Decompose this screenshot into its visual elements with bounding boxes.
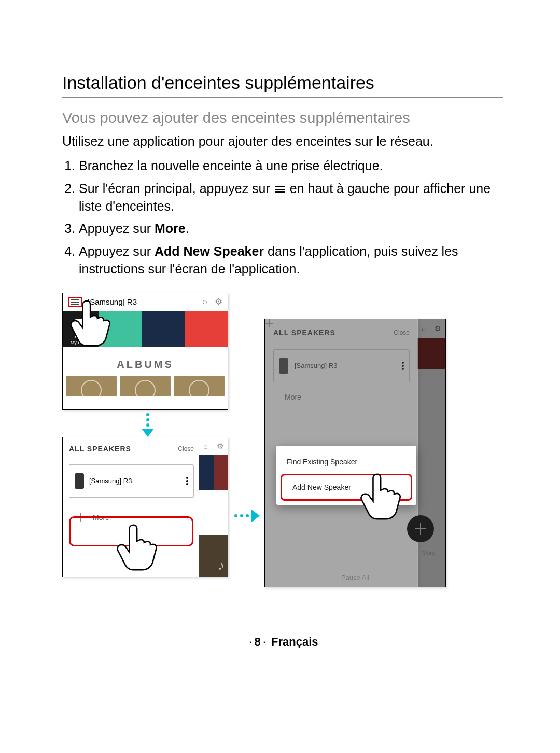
fab-label: More [422, 550, 435, 556]
step-2-text-a: Sur l'écran principal, appuyez sur [79, 181, 274, 196]
page-footer: ·8· Français [62, 635, 503, 649]
step-4-text-a: Appuyez sur [79, 244, 155, 258]
hamburger-icon [275, 185, 285, 194]
search-icon[interactable]: ⌕ [202, 296, 207, 307]
speaker-row[interactable]: [Samsung] R3 [69, 464, 194, 498]
more-label: More [285, 393, 301, 401]
intro-text: Utilisez une application pour ajouter de… [62, 134, 503, 149]
step-3: Appuyez sur More. [79, 220, 503, 238]
close-button[interactable]: Close [178, 445, 194, 453]
more-row: More [275, 393, 408, 401]
speaker-side-panel: ALL SPEAKERS Close [Samsung] R3 More [63, 437, 200, 577]
search-icon: ⌕ [203, 442, 208, 450]
flow-arrow-right [234, 510, 260, 522]
tile-my-phone[interactable]: My Phone [63, 311, 99, 347]
manual-page: Installation d'enceintes supplémentaires… [0, 0, 560, 680]
fab-add [407, 515, 434, 542]
flow-arrow-down [140, 413, 156, 434]
dimmed-background: ⌕⚙ [199, 437, 228, 577]
kebab-icon [402, 361, 404, 371]
figure-area: [Samsung] R3 ⌕ ⚙ My Phone ALBUMS [62, 293, 503, 614]
screenshot-main-app: [Samsung] R3 ⌕ ⚙ My Phone ALBUMS [62, 293, 228, 410]
album-row [63, 376, 228, 396]
step-list: Branchez la nouvelle enceinte à une pris… [62, 157, 503, 278]
step-3-text-c: . [186, 221, 189, 236]
tile-my-phone-label: My Phone [71, 340, 92, 345]
gear-icon[interactable]: ⚙ [215, 296, 222, 307]
step-2: Sur l'écran principal, appuyez sur en ha… [79, 180, 503, 215]
tile-service-2[interactable] [142, 311, 185, 347]
step-1: Branchez la nouvelle enceinte à une pris… [79, 157, 503, 175]
pause-all-bar: Pause All [265, 568, 445, 587]
step-4-keyword: Add New Speaker [155, 244, 264, 258]
step-4: Appuyez sur Add New Speaker dans l'appli… [79, 243, 503, 278]
step-3-keyword: More [155, 221, 186, 236]
dimmed-background: ⌕⚙ [417, 319, 445, 587]
panel-title: ALL SPEAKERS [273, 328, 335, 337]
section-title: Installation d'enceintes supplémentaires [62, 73, 503, 98]
albums-heading: ALBUMS [63, 347, 228, 376]
tile-service-3[interactable] [185, 311, 228, 347]
popup-item-add-new-highlighted[interactable]: Add New Speaker [281, 474, 412, 501]
page-language: Français [271, 635, 318, 648]
tile-service-1[interactable] [99, 311, 142, 347]
gear-icon: ⚙ [217, 442, 223, 451]
speaker-icon [75, 473, 84, 489]
subtitle: Vous pouvez ajouter des enceintes supplé… [62, 109, 503, 127]
close-button: Close [394, 329, 410, 336]
kebab-icon[interactable] [186, 476, 188, 486]
highlight-ring-more [69, 516, 193, 546]
screenshot-add-speaker-popup: ⌕⚙ ALL SPEAKERS Close [Samsung] R3 More [264, 319, 446, 587]
topbar-title: [Samsung] R3 [88, 297, 137, 306]
album-thumb[interactable] [120, 376, 171, 396]
search-icon: ⌕ [422, 324, 426, 333]
speaker-row: [Samsung] R3 [273, 349, 410, 382]
panel-title: ALL SPEAKERS [69, 445, 131, 453]
album-thumb[interactable] [66, 376, 117, 396]
step-3-text-a: Appuyez sur [79, 221, 155, 236]
speaker-icon [279, 358, 288, 374]
app-topbar: [Samsung] R3 ⌕ ⚙ [63, 293, 228, 311]
screenshot-speaker-panel: ⌕⚙ ALL SPEAKERS Close [Samsung] R3 More [62, 437, 228, 577]
page-number: 8 [255, 635, 261, 648]
source-tiles: My Phone [63, 311, 228, 347]
album-thumb[interactable] [174, 376, 225, 396]
add-speaker-popup: Find Existing Speaker Add New Speaker [276, 446, 416, 505]
popup-item-find-existing[interactable]: Find Existing Speaker [276, 450, 416, 474]
speaker-name: [Samsung] R3 [295, 362, 337, 369]
hamburger-button-highlighted[interactable] [68, 297, 82, 307]
speaker-name: [Samsung] R3 [89, 477, 132, 485]
gear-icon: ⚙ [435, 324, 441, 333]
